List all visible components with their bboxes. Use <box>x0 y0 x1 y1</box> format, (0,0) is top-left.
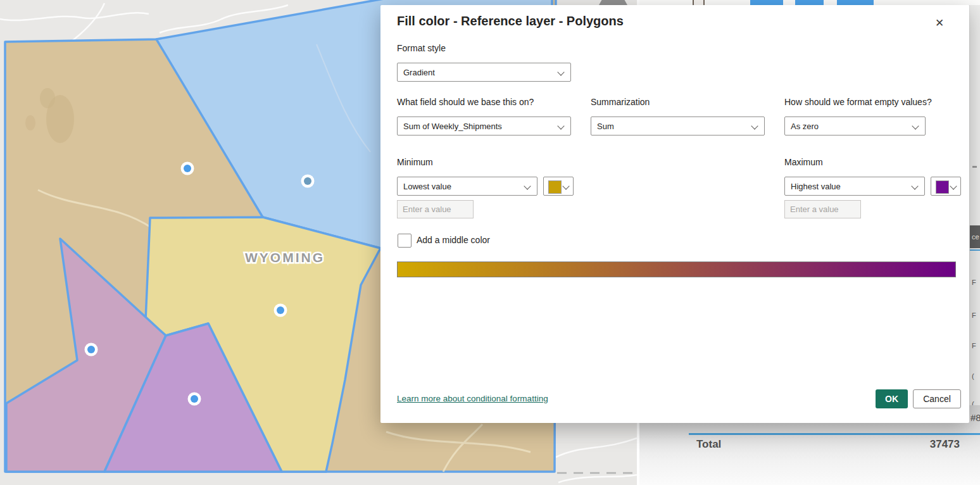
chevron-down-icon <box>562 182 569 189</box>
summarization-value: Sum <box>597 122 614 131</box>
ok-button[interactable]: OK <box>876 389 908 408</box>
state-label-wyoming: WYOMING <box>245 250 325 265</box>
minimum-dropdown[interactable]: Lowest value <box>397 177 537 196</box>
summarization-label: Summarization <box>591 97 650 107</box>
chevron-down-icon <box>950 182 957 189</box>
gradient-preview <box>397 261 956 277</box>
mountain-icon-fragment <box>599 0 627 5</box>
map-marker[interactable] <box>274 304 287 317</box>
chevron-down-icon <box>912 122 919 129</box>
minimum-color-chip <box>548 180 562 194</box>
maximum-color-swatch[interactable] <box>931 177 961 196</box>
summarization-dropdown[interactable]: Sum <box>591 117 765 135</box>
map-marker[interactable] <box>85 343 98 356</box>
middle-color-label: Add a middle color <box>417 235 490 245</box>
minimum-value-input[interactable] <box>397 200 474 218</box>
field-dropdown[interactable]: Sum of Weekly_Shipments <box>397 117 571 135</box>
learn-more-link[interactable]: Learn more about conditional formatting <box>397 394 548 403</box>
table-cell-color-fragment: #8 <box>971 412 980 423</box>
empty-values-label: How should we format empty values? <box>784 97 932 107</box>
table-total-value: 37473 <box>930 438 960 451</box>
sliver-text-fragment: F <box>972 312 980 319</box>
format-style-value: Gradient <box>403 68 435 77</box>
sliver-divider <box>970 249 980 251</box>
chevron-down-icon <box>524 182 531 189</box>
chevron-down-icon <box>557 122 564 129</box>
sliver-text-fragment: F <box>972 342 980 350</box>
maximum-value-input[interactable] <box>784 200 861 218</box>
chevron-down-icon <box>557 68 564 75</box>
minimum-label: Minimum <box>397 157 433 167</box>
sliver-text-fragment: F <box>972 279 980 286</box>
format-style-label: Format style <box>397 43 446 53</box>
table-total-label: Total <box>696 438 721 451</box>
table-row-total[interactable]: Total 37473 <box>696 438 960 451</box>
minimum-value: Lowest value <box>403 182 451 191</box>
field-label: What field should we base this on? <box>397 97 534 107</box>
sliver-text-fragment: ( <box>972 372 980 380</box>
middle-color-checkbox[interactable] <box>398 234 411 248</box>
format-style-dropdown[interactable]: Gradient <box>397 63 571 82</box>
maximum-color-chip <box>936 180 949 194</box>
cancel-button[interactable]: Cancel <box>913 389 961 408</box>
empty-values-dropdown[interactable]: As zero <box>784 117 926 135</box>
table-total-divider <box>689 433 980 435</box>
map-marker[interactable] <box>181 162 194 175</box>
app-stage: WYOMING <box>0 0 980 485</box>
sliver-header-cell: ce <box>970 225 980 248</box>
chevron-down-icon <box>911 182 918 189</box>
dialog-title: Fill color - Reference layer - Polygons <box>397 14 624 28</box>
chevron-down-icon <box>751 122 758 129</box>
ok-button-label: OK <box>885 394 898 404</box>
empty-values-value: As zero <box>791 122 819 131</box>
map-marker-selected[interactable] <box>301 175 315 188</box>
close-icon[interactable]: ✕ <box>933 16 946 30</box>
fill-color-dialog: Fill color - Reference layer - Polygons … <box>380 5 969 423</box>
field-value: Sum of Weekly_Shipments <box>403 122 502 131</box>
maximum-value: Highest value <box>791 182 841 191</box>
maximum-label: Maximum <box>784 157 823 167</box>
minimum-color-swatch[interactable] <box>543 177 574 196</box>
map-marker[interactable] <box>188 393 201 406</box>
maximum-dropdown[interactable]: Highest value <box>784 177 925 196</box>
cancel-button-label: Cancel <box>923 394 951 404</box>
sliver-mark <box>972 166 977 168</box>
clipped-table-column-sliver: ce F F F ( ( <box>969 5 980 423</box>
